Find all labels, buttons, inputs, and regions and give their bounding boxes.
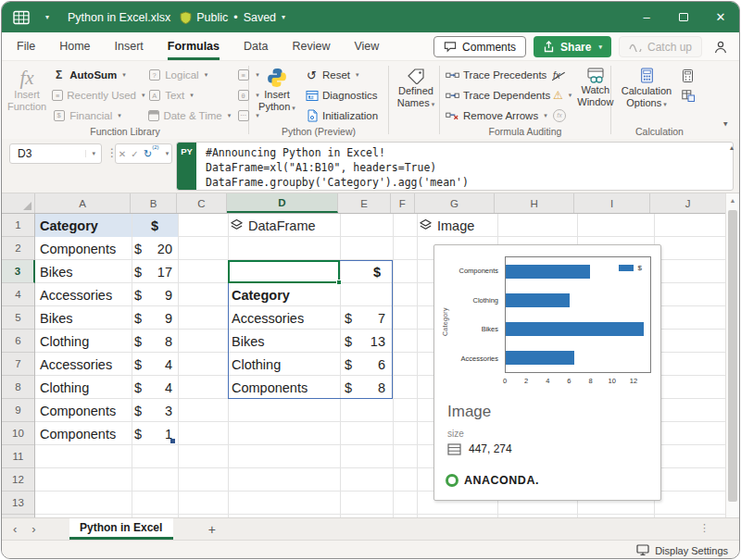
sensitivity-shield-icon[interactable] xyxy=(180,11,192,24)
diagnostics-button[interactable]: Diagnostics xyxy=(305,86,378,106)
row-header-3[interactable]: 3 xyxy=(2,260,35,283)
row-header-4[interactable]: 4 xyxy=(2,283,34,306)
display-settings-button[interactable]: Display Settings xyxy=(655,545,728,556)
row-header-7[interactable]: 7 xyxy=(2,353,34,376)
cell-A1[interactable]: Category xyxy=(35,214,132,237)
text-button[interactable]: A Text ▾ xyxy=(147,86,231,106)
defined-names-button[interactable]: Defined Names▾ xyxy=(395,66,437,125)
fill-handle[interactable] xyxy=(336,280,342,285)
cell-A3[interactable]: Bikes xyxy=(35,260,132,283)
cell-B1[interactable]: $ xyxy=(132,214,178,237)
tab-data[interactable]: Data xyxy=(244,32,268,60)
formula-code[interactable]: #Announcing Python in Excel!DataFrame=xl… xyxy=(196,143,733,190)
cell-A7[interactable]: Accessories xyxy=(35,353,132,376)
financial-button[interactable]: $ Financial ▾ xyxy=(52,106,142,125)
minimize-button[interactable]: – xyxy=(628,2,665,32)
cell-B8[interactable]: $4 xyxy=(132,376,178,399)
column-header-e[interactable]: E xyxy=(338,193,391,213)
collapse-ribbon-icon[interactable]: ▴ xyxy=(723,120,728,130)
row-header-9[interactable]: 9 xyxy=(2,399,34,422)
people-icon[interactable] xyxy=(710,40,732,55)
logical-button[interactable]: ? Logical ▾ xyxy=(147,66,231,85)
comments-button[interactable]: Comments xyxy=(433,36,526,57)
watch-window-button[interactable]: Watch Window xyxy=(577,66,613,125)
reset-button[interactable]: ↺ Reset ▾ xyxy=(305,66,378,85)
confirm-entry-icon[interactable]: ✓ xyxy=(131,149,138,159)
column-header-j[interactable]: J xyxy=(650,193,725,213)
cell-A4[interactable]: Accessories xyxy=(35,283,132,306)
column-header-c[interactable]: C xyxy=(177,193,227,213)
name-box[interactable]: D3 ▾ xyxy=(9,143,102,164)
cell-B6[interactable]: $8 xyxy=(132,330,178,353)
column-header-b[interactable]: B xyxy=(131,193,177,213)
tab-formulas[interactable]: Formulas xyxy=(168,32,220,60)
grid-body[interactable]: Category $ Components $20 Bikes $17 Acce… xyxy=(35,214,725,517)
initialization-button[interactable]: Initialization xyxy=(305,106,378,125)
cell-A2[interactable]: Components xyxy=(35,237,132,260)
vertical-scrollbar[interactable]: ▲ xyxy=(725,193,739,517)
tab-file[interactable]: File xyxy=(17,32,35,60)
python-refresh-icon[interactable]: ↻(2) xyxy=(144,148,159,160)
name-box-caret-icon[interactable]: ▾ xyxy=(85,150,101,157)
trace-precedents-button[interactable]: Trace Precedents xyxy=(446,66,547,85)
dataframe-object-label[interactable]: DataFrame xyxy=(230,214,316,237)
refresh-caret-icon[interactable]: ▾ xyxy=(166,150,170,157)
select-all-corner[interactable] xyxy=(2,193,35,213)
maximize-button[interactable] xyxy=(665,2,702,32)
column-header-h[interactable]: H xyxy=(495,193,574,213)
cell-B3[interactable]: $17 xyxy=(132,260,178,283)
tab-home[interactable]: Home xyxy=(59,32,90,60)
cell-A8[interactable]: Clothing xyxy=(35,376,132,399)
image-object-label[interactable]: Image xyxy=(419,214,474,237)
cell-B4[interactable]: $9 xyxy=(132,283,178,306)
insert-python-button[interactable]: Insert Python▾ xyxy=(255,66,299,125)
row-header-10[interactable]: 10 xyxy=(2,422,34,445)
catch-up-button[interactable]: Catch up xyxy=(619,36,702,57)
evaluate-formula-button[interactable]: fx xyxy=(553,106,566,125)
column-header-i[interactable]: I xyxy=(574,193,651,213)
recently-used-button[interactable]: ≡ Recently Used ▾ xyxy=(52,86,142,106)
remove-arrows-button[interactable]: Remove Arrows ▾ xyxy=(446,106,547,125)
row-header-6[interactable]: 6 xyxy=(2,330,34,353)
save-status[interactable]: Saved xyxy=(244,11,276,24)
autosum-button[interactable]: Σ AutoSum ▾ xyxy=(52,66,142,85)
row-header-12[interactable]: 12 xyxy=(2,468,34,492)
row-header-13[interactable]: 13 xyxy=(2,492,34,515)
tab-review[interactable]: Review xyxy=(292,32,330,60)
scrollbar-handle-dots-icon[interactable]: ⋮ xyxy=(699,522,710,534)
row-header-11[interactable]: 11 xyxy=(2,445,34,468)
row-header-2[interactable]: 2 xyxy=(2,237,34,260)
privacy-label[interactable]: Public xyxy=(196,11,228,24)
next-sheet-icon[interactable]: › xyxy=(31,522,35,536)
column-header-a[interactable]: A xyxy=(35,193,131,213)
calculate-sheet-icon[interactable] xyxy=(682,90,695,102)
autosave-caret-icon[interactable]: ▾ xyxy=(45,13,49,21)
column-header-d[interactable]: D xyxy=(227,193,338,213)
trace-dependents-button[interactable]: Trace Dependents xyxy=(446,86,547,106)
insert-function-button[interactable]: fx Insert Function xyxy=(7,66,46,125)
cell-B9[interactable]: $3 xyxy=(132,399,178,422)
cell-A10[interactable]: Components xyxy=(35,422,132,445)
cell-A9[interactable]: Components xyxy=(35,399,132,422)
cancel-entry-icon[interactable]: ✕ xyxy=(119,149,126,159)
cell-A5[interactable]: Bikes xyxy=(35,306,132,330)
vertical-scroll-thumb[interactable] xyxy=(728,210,737,502)
column-header-f[interactable]: F xyxy=(391,193,415,213)
save-status-caret-icon[interactable]: ▾ xyxy=(282,13,285,21)
excel-app-icon[interactable] xyxy=(13,10,30,25)
active-cell-D3[interactable] xyxy=(228,260,340,283)
row-header-5[interactable]: 5 xyxy=(2,306,34,330)
row-header-1[interactable]: 1 xyxy=(2,214,34,237)
tab-insert[interactable]: Insert xyxy=(115,32,144,60)
share-button[interactable]: Share ▾ xyxy=(534,36,611,57)
date-time-button[interactable]: Date & Time ▾ xyxy=(147,106,231,125)
scroll-up-icon[interactable]: ▲ xyxy=(726,193,739,204)
sheet-tab-active[interactable]: Python in Excel xyxy=(69,518,173,540)
show-formulas-button[interactable]: fx xyxy=(553,66,560,85)
tab-view[interactable]: View xyxy=(354,32,379,60)
calculate-now-icon[interactable] xyxy=(682,69,694,82)
cell-B7[interactable]: $4 xyxy=(132,353,178,376)
error-checking-button[interactable]: ⚠▾ xyxy=(553,86,571,106)
image-preview-card[interactable]: Category ComponentsClothingBikesAccessor… xyxy=(433,244,661,501)
calculation-options-button[interactable]: Calculation Options▾ xyxy=(617,66,676,125)
